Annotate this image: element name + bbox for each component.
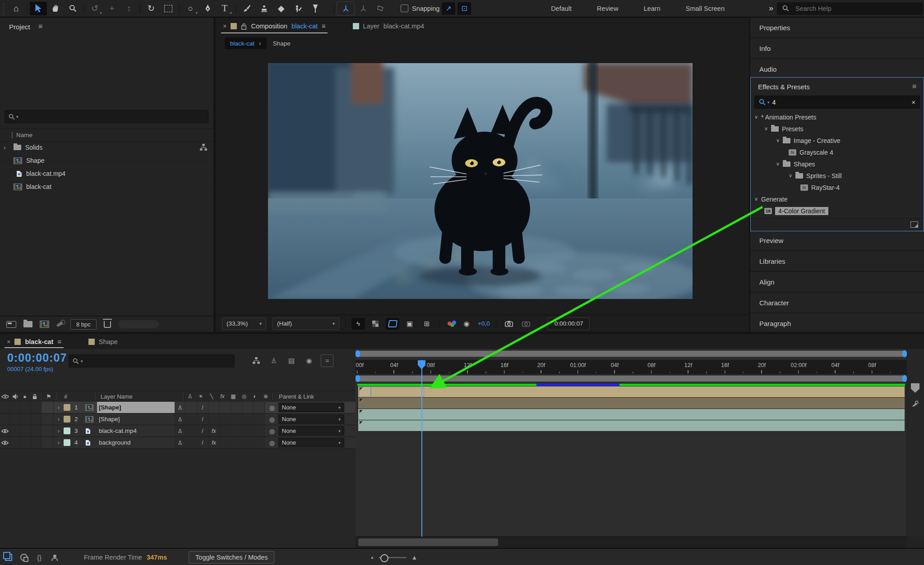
project-item-black-cat-mp4[interactable]: black-cat.mp4 bbox=[0, 167, 213, 180]
navigator-end-handle[interactable] bbox=[902, 350, 907, 357]
solo-toggle[interactable] bbox=[21, 437, 31, 448]
comp-marker-bin-icon[interactable] bbox=[911, 383, 919, 393]
solo-column-icon[interactable]: ● bbox=[20, 393, 30, 400]
parent-link-column-header[interactable]: Parent & Link bbox=[274, 393, 356, 400]
motion-blur-switch[interactable] bbox=[231, 402, 242, 413]
zoom-out-mountain-icon[interactable]: ▲ bbox=[370, 555, 374, 560]
take-snapshot-button[interactable] bbox=[502, 318, 516, 330]
pan-camera-tool[interactable]: + bbox=[103, 2, 120, 15]
effects-search-input[interactable] bbox=[772, 98, 895, 106]
resolution-dropdown[interactable]: (Half) ▾ bbox=[273, 317, 339, 330]
workspace-default[interactable]: Default bbox=[538, 5, 584, 12]
navigator-start-handle[interactable] bbox=[356, 375, 360, 382]
channel-button[interactable] bbox=[448, 320, 456, 327]
3d-switch[interactable] bbox=[254, 402, 265, 413]
audio-toggle[interactable] bbox=[10, 437, 21, 448]
navigator-thumb[interactable] bbox=[356, 351, 907, 357]
layer-row-3[interactable]: › 3 black-cat.mp4 ♙ / fx ◎ bbox=[0, 425, 356, 437]
viewer-menu-icon[interactable]: ≡ bbox=[322, 23, 325, 30]
navigator-end-handle[interactable] bbox=[902, 375, 907, 382]
layer-bar-2[interactable] bbox=[358, 398, 905, 409]
interpret-footage-icon[interactable] bbox=[6, 321, 16, 328]
collapse-switch[interactable] bbox=[186, 413, 197, 425]
shy-switch[interactable]: ♙ bbox=[175, 402, 186, 413]
parent-dropdown[interactable]: None ▾ bbox=[278, 426, 344, 436]
timeline-search-input[interactable] bbox=[85, 357, 213, 365]
tree-item-shapes[interactable]: ∨ Shapes bbox=[751, 158, 924, 170]
layer-name[interactable]: [Shape] bbox=[97, 413, 175, 425]
frame-blend-switch[interactable] bbox=[220, 402, 231, 413]
layer-name[interactable]: black-cat.mp4 bbox=[97, 425, 175, 436]
shy-switch-header-icon[interactable]: ♙ bbox=[185, 393, 195, 400]
workspace-overflow-button[interactable]: » bbox=[769, 4, 772, 13]
3d-switch[interactable] bbox=[254, 437, 265, 448]
reset-exposure-button[interactable]: ◉ bbox=[460, 318, 473, 330]
panel-tab-libraries[interactable]: Libraries bbox=[750, 251, 924, 272]
project-search-box[interactable]: ▾ bbox=[5, 110, 208, 123]
panel-gutter[interactable] bbox=[749, 18, 750, 332]
project-item-solids[interactable]: › Solids bbox=[0, 141, 213, 154]
pickwhip-icon[interactable]: ◎ bbox=[269, 427, 275, 435]
panel-tab-properties[interactable]: Properties bbox=[750, 18, 924, 38]
zoom-tool[interactable] bbox=[64, 2, 81, 15]
lock-toggle[interactable] bbox=[31, 425, 42, 436]
graph-editor-icon[interactable]: ≈ bbox=[321, 354, 333, 367]
time-navigator-top[interactable] bbox=[356, 350, 907, 357]
effects-switch[interactable]: fx bbox=[208, 425, 220, 436]
tree-caret-icon[interactable]: ∨ bbox=[764, 126, 768, 132]
parent-dropdown[interactable]: None ▾ bbox=[278, 403, 344, 412]
snap-to-feature-button[interactable]: ↗ bbox=[442, 2, 455, 15]
collapse-switch[interactable] bbox=[186, 425, 197, 436]
current-timecode[interactable]: 0:00:00:07 bbox=[7, 351, 67, 364]
timeline-tab-black-cat[interactable]: × black-cat ≡ bbox=[0, 334, 68, 349]
label-cell[interactable] bbox=[42, 425, 54, 436]
workspace-review[interactable]: Review bbox=[584, 5, 631, 12]
motion-blur-switch[interactable] bbox=[231, 437, 242, 448]
lock-toggle[interactable] bbox=[31, 413, 42, 425]
panel-tab-character[interactable]: Character bbox=[750, 293, 924, 313]
status-frames-icon[interactable] bbox=[2, 551, 15, 563]
3d-switch-header-icon[interactable]: ⊕ bbox=[260, 393, 271, 400]
layer-row-4[interactable]: › 4 background ♙ / fx ◎ bbox=[0, 437, 356, 449]
expand-chevron-icon[interactable]: › bbox=[54, 404, 64, 411]
tree-caret-icon[interactable]: ∨ bbox=[754, 114, 758, 120]
unlock-icon[interactable] bbox=[241, 23, 247, 30]
bit-depth-button[interactable]: 8 bpc bbox=[70, 319, 97, 330]
3d-switch[interactable] bbox=[254, 425, 265, 436]
guides-grid-button[interactable]: ⊞ bbox=[420, 318, 434, 330]
effects-switch[interactable] bbox=[208, 402, 220, 413]
layer-color-label[interactable] bbox=[64, 416, 70, 423]
shy-switch[interactable]: ♙ bbox=[175, 425, 186, 436]
layer-row-1[interactable]: › 1 [Shape] ♙ / ◎ None bbox=[0, 402, 356, 413]
layer-tab[interactable]: Layer black-cat.mp4 bbox=[346, 18, 432, 35]
tree-caret-icon[interactable]: ∨ bbox=[776, 161, 780, 167]
tree-caret-icon[interactable]: ∨ bbox=[776, 138, 780, 143]
solo-toggle[interactable] bbox=[21, 402, 31, 413]
frame-blend-switch[interactable] bbox=[220, 425, 231, 436]
lock-toggle[interactable] bbox=[31, 402, 42, 413]
scrollbar-thumb[interactable] bbox=[358, 538, 498, 546]
workspace-small-screen[interactable]: Small Screen bbox=[673, 5, 737, 12]
lock-toggle[interactable] bbox=[31, 437, 42, 448]
orbit-camera-tool[interactable]: ↺ bbox=[86, 2, 103, 15]
in-point-handle[interactable] bbox=[359, 387, 371, 397]
effects-panel-menu-icon[interactable]: ≡ bbox=[912, 83, 916, 91]
adjustment-switch[interactable] bbox=[242, 402, 254, 413]
toolbar-grip[interactable] bbox=[1, 2, 8, 15]
shy-switch[interactable]: ♙ bbox=[175, 437, 186, 448]
tree-item-grayscale-4[interactable]: fx Grayscale 4 bbox=[751, 147, 924, 158]
label-cell[interactable] bbox=[42, 437, 54, 448]
label-cell[interactable] bbox=[42, 413, 54, 425]
comp-button-icon[interactable] bbox=[911, 400, 919, 408]
layer-name[interactable]: background bbox=[97, 437, 175, 448]
solo-toggle[interactable] bbox=[21, 413, 31, 425]
nav-current-comp[interactable]: black-cat ‹ bbox=[225, 37, 267, 49]
tree-caret-icon[interactable]: ∨ bbox=[789, 173, 792, 179]
frame-blend-switch-header-icon[interactable]: ▦ bbox=[228, 393, 239, 400]
video-toggle[interactable] bbox=[0, 425, 10, 436]
composition-canvas[interactable] bbox=[268, 63, 693, 299]
zoom-slider[interactable] bbox=[379, 557, 407, 558]
tree-item-sprites-still[interactable]: ∨ Sprites - Still bbox=[751, 170, 924, 182]
zoom-in-mountain-icon[interactable]: ▲ bbox=[411, 554, 417, 561]
navigator-thumb[interactable] bbox=[356, 376, 907, 381]
